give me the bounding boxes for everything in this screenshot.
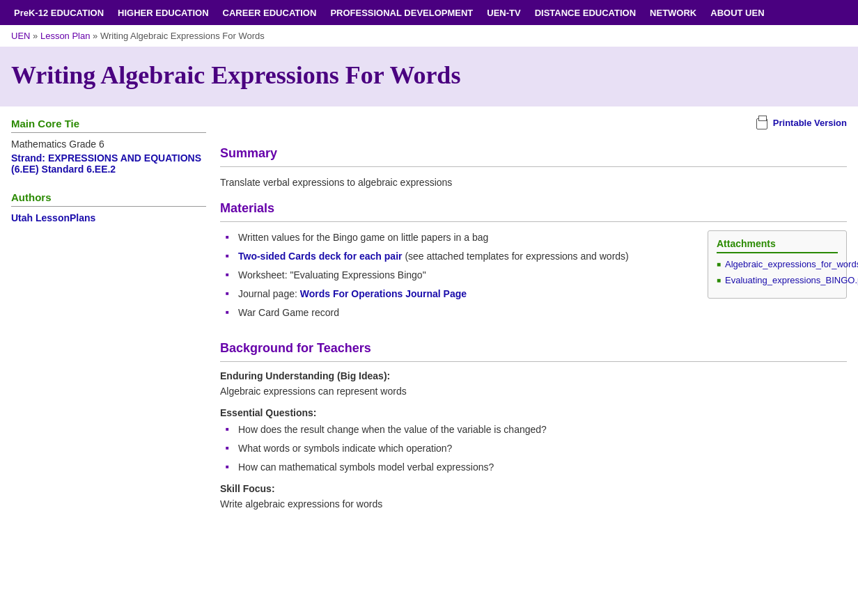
attachments-title: Attachments <box>717 238 838 253</box>
attachment-evaluating-link[interactable]: Evaluating_expressions_BINGO.pdf <box>725 275 858 285</box>
list-item: How does the result change when the valu… <box>226 422 847 437</box>
list-item: How can mathematical symbols model verba… <box>226 460 847 475</box>
breadcrumb: UEN » Lesson Plan » Writing Algebraic Ex… <box>0 25 858 47</box>
materials-divider <box>220 221 847 222</box>
grade-level: Mathematics Grade 6 <box>11 139 206 150</box>
nav-item-uen-tv[interactable]: UEN-TV <box>480 2 527 24</box>
authors-label: Authors <box>11 191 206 207</box>
enduring-understanding: Enduring Understanding (Big Ideas): Alge… <box>220 370 847 399</box>
nav-item-prof-dev[interactable]: PROFESSIONAL DEVELOPMENT <box>323 2 480 24</box>
pdf-bullet-icon: ■ <box>717 276 721 284</box>
attachment-algebraic-link[interactable]: Algebraic_expressions_for_words.pdf <box>725 259 858 269</box>
two-sided-cards-link[interactable]: Two-sided Cards deck for each pair <box>238 251 402 262</box>
nav-item-career-ed[interactable]: CAREER EDUCATION <box>216 2 324 24</box>
nav-item-network[interactable]: NETWORK <box>643 2 703 24</box>
list-item: Written values for the Bingo game on lit… <box>226 230 696 245</box>
printable-version-link[interactable]: Printable Version <box>773 118 847 128</box>
nav-item-about-uen[interactable]: ABOUT UEN <box>703 2 771 24</box>
author-link[interactable]: Utah LessonPlans <box>11 212 95 223</box>
essential-questions: Essential Questions: How does the result… <box>220 407 847 475</box>
list-item: Worksheet: "Evaluating Expressions Bingo… <box>226 268 696 283</box>
strand-link[interactable]: Strand: EXPRESSIONS AND EQUATIONS (6.EE)… <box>11 152 201 175</box>
enduring-text: Algebraic expressions can represent word… <box>220 384 847 399</box>
page-title: Writing Algebraic Expressions For Words <box>11 61 847 90</box>
materials-list: Written values for the Bingo game on lit… <box>220 230 696 320</box>
summary-text: Translate verbal expressions to algebrai… <box>220 175 847 190</box>
materials-heading: Materials <box>220 201 847 216</box>
page-header: Writing Algebraic Expressions For Words <box>0 47 858 106</box>
background-divider <box>220 361 847 362</box>
materials-list-col: Written values for the Bingo game on lit… <box>220 230 696 324</box>
breadcrumb-current: Writing Algebraic Expressions For Words <box>100 31 265 41</box>
print-icon <box>756 118 767 129</box>
materials-row: Written values for the Bingo game on lit… <box>220 230 847 324</box>
summary-divider <box>220 166 847 167</box>
list-item: Two-sided Cards deck for each pair (see … <box>226 249 696 264</box>
sidebar: Main Core Tie Mathematics Grade 6 Strand… <box>11 118 220 520</box>
pdf-bullet-icon: ■ <box>717 260 721 268</box>
background-section: Background for Teachers Enduring Underst… <box>220 341 847 512</box>
nav-item-higher-ed[interactable]: HIGHER EDUCATION <box>111 2 215 24</box>
breadcrumb-lesson-plan[interactable]: Lesson Plan <box>40 31 91 41</box>
summary-heading: Summary <box>220 146 847 161</box>
summary-section: Summary Translate verbal expressions to … <box>220 146 847 190</box>
attachments-box: Attachments ■ Algebraic_expressions_for_… <box>708 230 847 299</box>
skill-label: Skill Focus: <box>220 483 275 494</box>
attachment-item: ■ Evaluating_expressions_BINGO.pdf <box>717 275 838 285</box>
main-core-tie-section: Main Core Tie Mathematics Grade 6 Strand… <box>11 118 206 175</box>
attachment-item: ■ Algebraic_expressions_for_words.pdf <box>717 259 838 269</box>
top-navigation: PreK-12 EDUCATION HIGHER EDUCATION CAREE… <box>0 0 858 25</box>
main-content: Printable Version Summary Translate verb… <box>220 118 847 520</box>
skill-focus: Skill Focus: Write algebraic expressions… <box>220 483 847 512</box>
nav-item-prek12[interactable]: PreK-12 EDUCATION <box>7 2 111 24</box>
background-heading: Background for Teachers <box>220 341 847 356</box>
questions-list: How does the result change when the valu… <box>220 422 847 475</box>
list-item: War Card Game record <box>226 306 696 320</box>
printable-bar: Printable Version <box>220 118 847 135</box>
nav-item-distance-ed[interactable]: DISTANCE EDUCATION <box>528 2 643 24</box>
list-item: What words or symbols indicate which ope… <box>226 441 847 456</box>
skill-text: Write algebraic expressions for words <box>220 497 847 512</box>
words-for-operations-link[interactable]: Words For Operations Journal Page <box>300 288 467 299</box>
enduring-label: Enduring Understanding (Big Ideas): <box>220 370 390 381</box>
materials-section: Materials Written values for the Bingo g… <box>220 201 847 324</box>
list-item: Journal page: Words For Operations Journ… <box>226 287 696 301</box>
essential-label: Essential Questions: <box>220 407 316 418</box>
main-core-tie-label: Main Core Tie <box>11 118 206 133</box>
breadcrumb-uen[interactable]: UEN <box>11 31 30 41</box>
authors-section: Authors Utah LessonPlans <box>11 191 206 223</box>
